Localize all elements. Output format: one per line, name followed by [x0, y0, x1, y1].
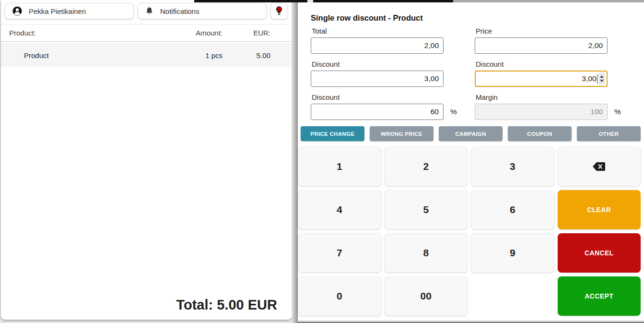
notifications-button[interactable]: Notifications	[138, 3, 267, 19]
coupon-button[interactable]: COUPON	[508, 126, 572, 141]
numpad-key-0[interactable]: 0	[298, 276, 381, 316]
other-button[interactable]: OTHER	[577, 126, 641, 141]
percent-suffix: %	[614, 108, 621, 116]
discount-amount2-input[interactable]: 3,00	[475, 71, 608, 87]
field-row-2: Discount 3,00 Discount 3,00	[311, 60, 644, 87]
percent-suffix: %	[450, 108, 457, 116]
wrong-price-button[interactable]: WRONG PRICE	[370, 126, 433, 141]
backspace-key[interactable]	[558, 147, 641, 186]
column-header-amount: Amount:	[165, 29, 222, 37]
total-field-label: Total	[312, 27, 475, 35]
numpad-key-7[interactable]: 7	[298, 233, 381, 273]
discount-amount2-value: 3,00	[582, 74, 596, 83]
backspace-icon	[593, 162, 606, 171]
discount-percent-input[interactable]: 60	[311, 104, 444, 120]
margin-label: Margin	[476, 93, 639, 101]
accept-button[interactable]: ACCEPT	[558, 276, 641, 316]
number-spinner[interactable]	[598, 72, 605, 85]
numpad-key-8[interactable]: 8	[385, 233, 468, 273]
total-value: 2,00	[424, 41, 439, 50]
table-row[interactable]: Product 1 pcs 5.00	[1, 43, 292, 67]
dialog-title: Single row discount - Product	[311, 13, 644, 23]
user-button[interactable]: Pekka Pietikainen	[5, 3, 134, 19]
text-caret	[597, 74, 598, 84]
spinner-down-icon[interactable]	[600, 80, 604, 82]
receipt-total: Total: 5.00 EUR	[1, 297, 292, 320]
clear-button[interactable]: CLEAR	[558, 190, 641, 229]
row-product-name: Product	[9, 51, 165, 60]
numpad-key-6[interactable]: 6	[471, 190, 554, 229]
discount-amount-label: Discount	[312, 60, 475, 68]
window-top-edge	[453, 0, 644, 2]
discount-panel: Single row discount - Product Total 2,00…	[298, 2, 644, 321]
receipt-empty-area	[1, 67, 292, 297]
numpad: 1 2 3 4 5 6 CLEAR 7 8 9 CANCEL 0 00 ACCE…	[298, 147, 641, 316]
panel-divider	[292, 0, 298, 323]
bell-icon	[145, 6, 154, 16]
hint-button[interactable]	[270, 3, 288, 19]
discount-percent-label: Discount	[312, 93, 475, 101]
window-bottom-edge	[298, 321, 644, 323]
cancel-button[interactable]: CANCEL	[558, 233, 641, 273]
receipt-panel: Pekka Pietikainen Notifications Product:…	[1, 0, 292, 320]
row-amount: 1 pcs	[165, 51, 222, 60]
discount-mode-buttons: PRICE CHANGE WRONG PRICE CAMPAIGN COUPON…	[301, 126, 641, 141]
user-name: Pekka Pietikainen	[29, 7, 86, 15]
numpad-key-3[interactable]: 3	[471, 147, 554, 186]
numpad-key-1[interactable]: 1	[298, 147, 381, 186]
notifications-label: Notifications	[160, 7, 199, 15]
numpad-key-5[interactable]: 5	[385, 190, 468, 229]
top-chips-row: Pekka Pietikainen Notifications	[1, 0, 292, 22]
receipt-table-header: Product: Amount: EUR:	[1, 24, 292, 42]
numpad-key-2[interactable]: 2	[385, 147, 468, 186]
price-input[interactable]: 2,00	[475, 37, 608, 54]
column-header-product: Product:	[9, 29, 165, 37]
margin-value: 100	[590, 108, 603, 116]
margin-input: 100	[475, 104, 608, 120]
price-value: 2,00	[588, 41, 603, 50]
numpad-key-4[interactable]: 4	[298, 190, 381, 229]
price-change-button[interactable]: PRICE CHANGE	[301, 126, 364, 141]
column-header-eur: EUR:	[222, 29, 270, 37]
pos-app: Pekka Pietikainen Notifications Product:…	[0, 0, 644, 323]
campaign-button[interactable]: CAMPAIGN	[439, 126, 503, 141]
discount-amount-input[interactable]: 3,00	[311, 71, 444, 87]
user-icon	[12, 6, 23, 16]
total-input[interactable]: 2,00	[311, 37, 444, 54]
numpad-key-9[interactable]: 9	[471, 233, 554, 273]
numpad-empty-cell	[471, 276, 554, 316]
field-row-1: Total 2,00 Price 2,00	[311, 27, 644, 54]
numpad-key-00[interactable]: 00	[385, 276, 468, 316]
discount-amount2-label: Discount	[476, 60, 639, 68]
window-top-edge	[313, 0, 453, 2]
discount-amount-value: 3,00	[424, 74, 439, 83]
window-top-edge	[194, 0, 307, 2]
lightbulb-icon	[275, 5, 283, 17]
spinner-up-icon[interactable]	[600, 75, 604, 78]
price-field-label: Price	[476, 27, 639, 35]
row-price: 5.00	[222, 51, 270, 60]
field-row-3: Discount 60 % Margin 100 %	[311, 93, 644, 120]
discount-percent-value: 60	[431, 108, 439, 116]
